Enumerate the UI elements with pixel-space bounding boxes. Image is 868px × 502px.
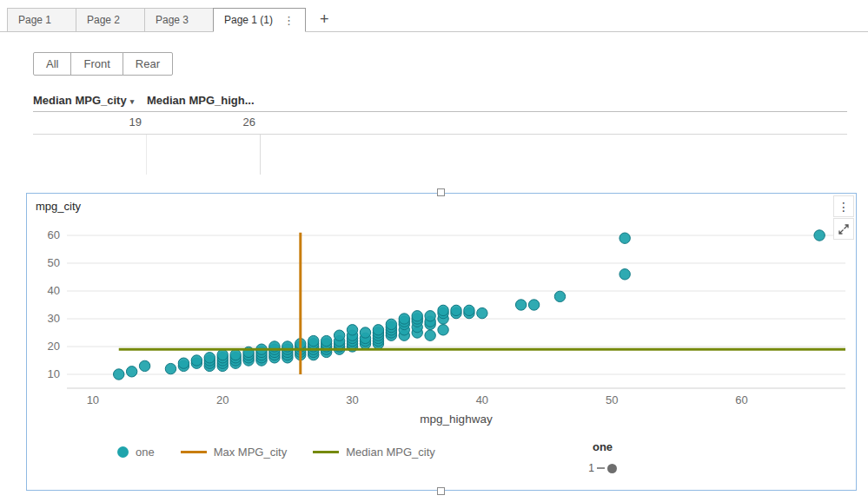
add-page-button[interactable]: + [316, 11, 333, 27]
svg-text:30: 30 [48, 312, 60, 325]
resize-handle-bottom[interactable] [437, 487, 445, 495]
kebab-icon: ⋮ [838, 201, 850, 213]
svg-text:50: 50 [606, 393, 618, 406]
tab-label: Page 1 [18, 14, 51, 26]
cell-median-mpg-city: 19 [33, 112, 147, 134]
tab-label: Page 2 [87, 14, 120, 26]
filter-button-all[interactable]: All [33, 52, 71, 76]
svg-text:40: 40 [476, 393, 488, 406]
size-legend-dot-icon [607, 464, 617, 473]
maximize-button[interactable] [833, 218, 854, 240]
tab-label: Page 3 [156, 14, 189, 26]
summary-table: Median MPG_city▾ Median MPG_high... 19 2… [33, 94, 847, 175]
legend-item-max-mpg-city[interactable]: Max MPG_city [181, 446, 288, 459]
chart-title: mpg_city [36, 200, 81, 213]
empty-cell [33, 135, 147, 175]
column-header-median-mpg-city[interactable]: Median MPG_city▾ [33, 94, 147, 107]
resize-handle-top[interactable] [437, 188, 445, 196]
tab-page-1[interactable]: Page 1 [7, 8, 76, 32]
legend-line-swatch [181, 451, 207, 453]
legend-point-swatch [117, 446, 129, 458]
size-legend-value: 1 [588, 462, 594, 474]
svg-text:20: 20 [216, 393, 229, 406]
drivetrain-filter-bar: All Front Rear [33, 52, 173, 76]
tab-page-3[interactable]: Page 3 [144, 8, 214, 32]
svg-text:mpg_highway: mpg_highway [420, 413, 493, 426]
empty-cell [147, 135, 261, 175]
filter-button-front[interactable]: Front [70, 52, 123, 76]
tab-label: Page 1 (1) [224, 14, 273, 26]
svg-text:50: 50 [48, 256, 60, 269]
legend-item-median-mpg-city[interactable]: Median MPG_city [313, 446, 435, 459]
maximize-icon [838, 223, 850, 235]
size-legend-title: one [561, 440, 644, 453]
tab-page-2[interactable]: Page 2 [76, 8, 145, 32]
table-header-row: Median MPG_city▾ Median MPG_high... [33, 94, 847, 112]
scatter-plot[interactable]: 102030405060102030405060mpg_highway [32, 216, 851, 432]
cell-median-mpg-highway: 26 [147, 112, 261, 134]
size-legend-scale: 1 [561, 462, 644, 474]
svg-text:60: 60 [48, 228, 60, 241]
column-header-median-mpg-highway[interactable]: Median MPG_high... [147, 94, 261, 107]
svg-text:10: 10 [48, 367, 60, 380]
table-empty-row [33, 135, 847, 175]
svg-text:40: 40 [48, 284, 60, 297]
filter-button-rear[interactable]: Rear [123, 52, 173, 76]
size-legend: one 1 [561, 440, 644, 474]
panel-action-icons: ⋮ [833, 195, 854, 241]
legend-item-one[interactable]: one [117, 446, 155, 459]
legend-line-swatch [313, 451, 339, 453]
svg-text:30: 30 [346, 393, 358, 406]
tab-page-1-1-active[interactable]: Page 1 (1) ⋮ [213, 8, 306, 32]
chart-legend: one Max MPG_city Median MPG_city [117, 446, 435, 459]
table-row[interactable]: 19 26 [33, 112, 847, 135]
svg-text:10: 10 [87, 393, 99, 406]
scatter-chart-panel[interactable]: mpg_city ⋮ 102030405060102030405060mpg_h… [26, 193, 857, 491]
tab-menu-kebab-icon[interactable]: ⋮ [283, 15, 295, 26]
svg-text:60: 60 [735, 393, 747, 406]
panel-menu-button[interactable]: ⋮ [833, 195, 854, 217]
page-tab-bar: Page 1 Page 2 Page 3 Page 1 (1) ⋮ + [0, 0, 868, 32]
size-legend-line [597, 467, 605, 469]
sort-descending-icon: ▾ [130, 97, 135, 106]
svg-text:20: 20 [48, 340, 60, 353]
